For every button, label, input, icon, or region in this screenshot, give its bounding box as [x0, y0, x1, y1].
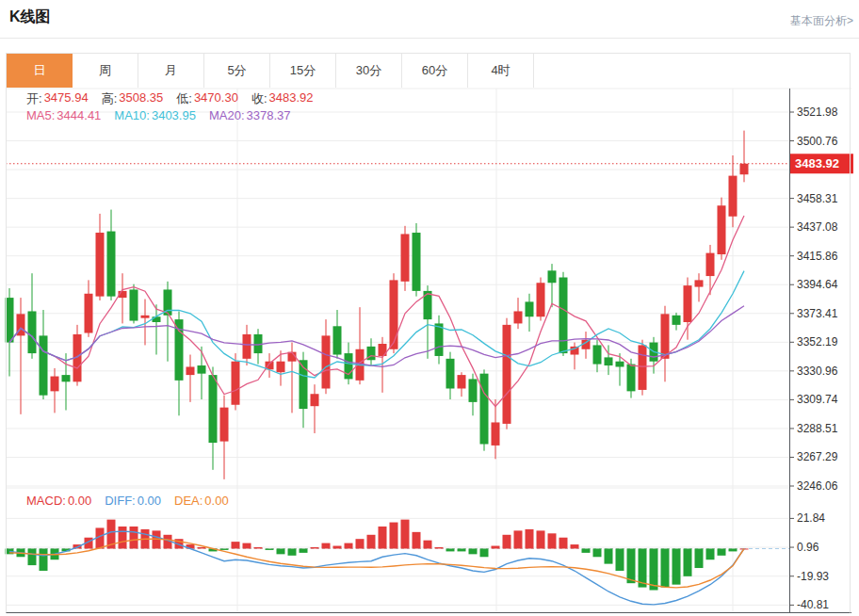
tab-周[interactable]: 周: [73, 54, 138, 88]
macd-histogram: [6, 520, 749, 591]
tab-60分[interactable]: 60分: [402, 54, 468, 88]
svg-text:3394.64: 3394.64: [797, 278, 838, 291]
tab-15分[interactable]: 15分: [270, 54, 336, 88]
tab-30分[interactable]: 30分: [336, 54, 402, 88]
svg-text:3246.06: 3246.06: [797, 479, 838, 493]
tab-月[interactable]: 月: [138, 54, 204, 88]
tab-日[interactable]: 日: [7, 54, 73, 88]
svg-text:3521.98: 3521.98: [797, 105, 838, 119]
tab-4时[interactable]: 4时: [468, 54, 534, 88]
svg-text:3437.08: 3437.08: [797, 220, 838, 234]
svg-text:3415.86: 3415.86: [797, 250, 838, 263]
svg-text:21.84: 21.84: [797, 511, 825, 525]
svg-text:3373.41: 3373.41: [797, 307, 838, 320]
svg-text:0.96: 0.96: [797, 541, 819, 554]
ma20-line: [9, 306, 744, 367]
interval-tabbar: 日周月5分15分30分60分4时: [7, 54, 534, 88]
current-price-tag: 3483.92: [790, 154, 853, 173]
svg-text:3352.19: 3352.19: [797, 335, 838, 349]
svg-text:3330.96: 3330.96: [797, 365, 838, 378]
candles-layer: [6, 131, 749, 479]
ma10-line: [9, 271, 744, 378]
svg-text:-40.81: -40.81: [797, 598, 829, 611]
svg-text:3458.31: 3458.31: [797, 192, 838, 205]
svg-text:3267.29: 3267.29: [797, 450, 838, 463]
svg-text:3483.92: 3483.92: [795, 156, 839, 170]
svg-text:-19.93: -19.93: [797, 570, 829, 583]
svg-text:3500.76: 3500.76: [797, 135, 838, 148]
svg-text:3288.51: 3288.51: [797, 422, 838, 435]
svg-text:3309.74: 3309.74: [797, 393, 838, 406]
tab-5分[interactable]: 5分: [204, 54, 270, 88]
chart-canvas[interactable]: 3521.983500.763479.533458.313437.083415.…: [0, 0, 859, 616]
